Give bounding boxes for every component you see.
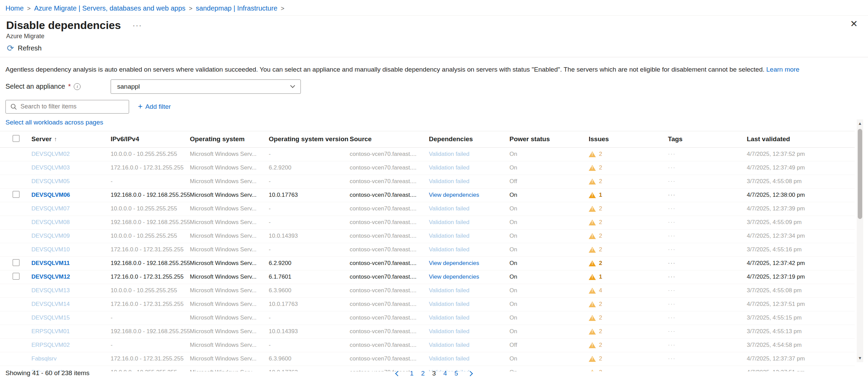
row-checkbox[interactable] (13, 273, 19, 280)
table-row[interactable]: DEVSQLVM15-Microsoft Windows Serv...-con… (0, 311, 855, 325)
issues-count[interactable]: 1 (599, 274, 602, 280)
breadcrumb-link[interactable]: sandepmap | Infrastructure (196, 4, 278, 12)
previous-page-icon[interactable] (392, 368, 404, 379)
issues-count[interactable]: 2 (599, 301, 602, 307)
issues-count[interactable]: 4 (599, 287, 602, 294)
server-link[interactable]: DEVSQLVM12 (31, 274, 70, 280)
add-filter-button[interactable]: + Add filter (138, 103, 171, 110)
issues-count[interactable]: 2 (599, 164, 602, 171)
tags-more-button[interactable]: ··· (668, 178, 676, 184)
column-header-dependencies[interactable]: Dependencies (429, 135, 509, 143)
tags-more-button[interactable]: ··· (668, 192, 676, 198)
table-row[interactable]: ERPSQLVM01192.168.0.0 - 192.168.255.255M… (0, 325, 855, 339)
table-row[interactable]: DEVSQLVM10172.16.0.0 - 172.31.255.255Mic… (0, 243, 855, 257)
server-link[interactable]: DEVSQLVM02 (31, 151, 70, 158)
column-header-issues[interactable]: Issues (589, 135, 668, 143)
server-link[interactable]: DEVSQLVM15 (31, 314, 70, 321)
row-checkbox[interactable] (13, 259, 19, 266)
pagination-page[interactable]: 1 (410, 370, 414, 377)
table-row[interactable]: DEVSQLVM08192.168.0.0 - 192.168.255.255M… (0, 216, 855, 230)
issues-count[interactable]: 2 (599, 151, 602, 157)
table-row[interactable]: DEVSQLVM12172.16.0.0 - 172.31.255.255Mic… (0, 270, 855, 284)
table-row[interactable]: Fabsqlsrv172.16.0.0 - 172.31.255.255Micr… (0, 352, 855, 366)
column-header-power-status[interactable]: Power status (509, 135, 589, 143)
column-header-source[interactable]: Source (350, 135, 429, 143)
issues-count[interactable]: 2 (599, 260, 602, 266)
breadcrumb-link[interactable]: Azure Migrate | Servers, databases and w… (34, 4, 185, 12)
column-header-tags[interactable]: Tags (668, 135, 747, 143)
issues-count[interactable]: 2 (599, 355, 602, 362)
server-link[interactable]: DEVSQLVM11 (31, 260, 70, 267)
issues-count[interactable]: 2 (599, 233, 602, 239)
issues-count[interactable]: 2 (599, 219, 602, 225)
tags-more-button[interactable]: ··· (668, 260, 676, 266)
scrollbar-thumb[interactable] (858, 129, 862, 219)
breadcrumb-link[interactable]: Home (5, 4, 24, 12)
column-header-operating-system-version[interactable]: Operating system version (269, 135, 350, 143)
dependencies-link[interactable]: View dependencies (429, 260, 479, 266)
tags-more-button[interactable]: ··· (668, 355, 676, 362)
tags-more-button[interactable]: ··· (668, 274, 676, 280)
table-row[interactable]: DEVSQLVM06192.168.0.0 - 192.168.255.255M… (0, 189, 855, 202)
row-checkbox[interactable] (13, 191, 19, 198)
issues-count[interactable]: 1 (599, 192, 602, 198)
issues-count[interactable]: 2 (599, 342, 602, 348)
tags-more-button[interactable]: ··· (668, 287, 676, 294)
server-link[interactable]: ERPSQLVM01 (31, 328, 70, 335)
vertical-scrollbar[interactable]: ▲ ▼ (857, 119, 863, 362)
column-header-last-validated[interactable]: Last validated (747, 135, 855, 143)
table-row[interactable]: DEVSQLVM0910.0.0.0 - 10.255.255.255Micro… (0, 230, 855, 243)
search-box[interactable] (5, 100, 129, 114)
table-row[interactable]: DEVSQLVM14172.16.0.0 - 172.31.255.255Mic… (0, 298, 855, 311)
pagination-page-current[interactable]: 3 (432, 370, 436, 377)
dependencies-link[interactable]: View dependencies (429, 274, 479, 280)
server-link[interactable]: DEVSQLVM14 (31, 301, 70, 308)
tags-more-button[interactable]: ··· (668, 246, 676, 253)
scroll-down-icon[interactable]: ▼ (858, 354, 862, 362)
scroll-up-icon[interactable]: ▲ (858, 119, 862, 128)
tags-more-button[interactable]: ··· (668, 342, 676, 348)
server-link[interactable]: DEVSQLVM13 (31, 287, 70, 294)
table-row[interactable]: DEVSQLVM03172.16.0.0 - 172.31.255.255Mic… (0, 161, 855, 175)
tags-more-button[interactable]: ··· (668, 151, 676, 157)
issues-count[interactable]: 2 (599, 205, 602, 212)
server-link[interactable]: DEVSQLVM09 (31, 233, 70, 239)
select-all-workloads-link[interactable]: Select all workloads across pages (5, 119, 103, 126)
search-input[interactable] (20, 103, 125, 110)
table-row[interactable]: DEVSQLVM0710.0.0.0 - 10.255.255.255Micro… (0, 202, 855, 216)
table-row[interactable]: DEVSQLVM11192.168.0.0 - 192.168.255.255M… (0, 257, 855, 270)
more-options-icon[interactable]: ··· (132, 21, 142, 30)
close-icon[interactable]: ✕ (850, 18, 858, 29)
column-header-ipv6-ipv4[interactable]: IPv6/IPv4 (111, 135, 190, 143)
next-page-icon[interactable] (464, 368, 476, 379)
pagination-page[interactable]: 2 (421, 370, 425, 377)
table-row[interactable]: DEVSQLVM0210.0.0.0 - 10.255.255.255Micro… (0, 148, 855, 161)
tags-more-button[interactable]: ··· (668, 328, 676, 335)
server-link[interactable]: DEVSQLVM06 (31, 192, 70, 198)
table-row[interactable]: DEVSQLVM05-Microsoft Windows Serv...-con… (0, 175, 855, 189)
tags-more-button[interactable]: ··· (668, 314, 676, 321)
refresh-button[interactable]: ⟳ Refresh (7, 44, 42, 53)
column-header-operating-system[interactable]: Operating system (190, 135, 269, 143)
tags-more-button[interactable]: ··· (668, 205, 676, 212)
pagination-page[interactable]: 4 (443, 370, 447, 377)
tags-more-button[interactable]: ··· (668, 164, 676, 171)
learn-more-link[interactable]: Learn more (766, 66, 799, 73)
server-link[interactable]: DEVSQLVM08 (31, 219, 70, 226)
issues-count[interactable]: 2 (599, 178, 602, 184)
appliance-select[interactable]: sanappl (111, 79, 301, 94)
tags-more-button[interactable]: ··· (668, 233, 676, 239)
column-header-server[interactable]: Server↑ (31, 135, 111, 143)
tags-more-button[interactable]: ··· (668, 219, 676, 225)
pagination-page[interactable]: 5 (454, 370, 458, 377)
table-row[interactable]: DEVSQLVM1310.0.0.0 - 10.255.255.255Micro… (0, 284, 855, 298)
tags-more-button[interactable]: ··· (668, 301, 676, 307)
server-link[interactable]: DEVSQLVM05 (31, 178, 70, 185)
issues-count[interactable]: 2 (599, 328, 602, 335)
select-all-checkbox[interactable] (13, 135, 19, 142)
issues-count[interactable]: 2 (599, 314, 602, 321)
server-link[interactable]: ERPSQLVM02 (31, 342, 70, 349)
server-link[interactable]: DEVSQLVM07 (31, 205, 70, 212)
server-link[interactable]: DEVSQLVM03 (31, 164, 70, 171)
server-link[interactable]: DEVSQLVM10 (31, 246, 70, 253)
